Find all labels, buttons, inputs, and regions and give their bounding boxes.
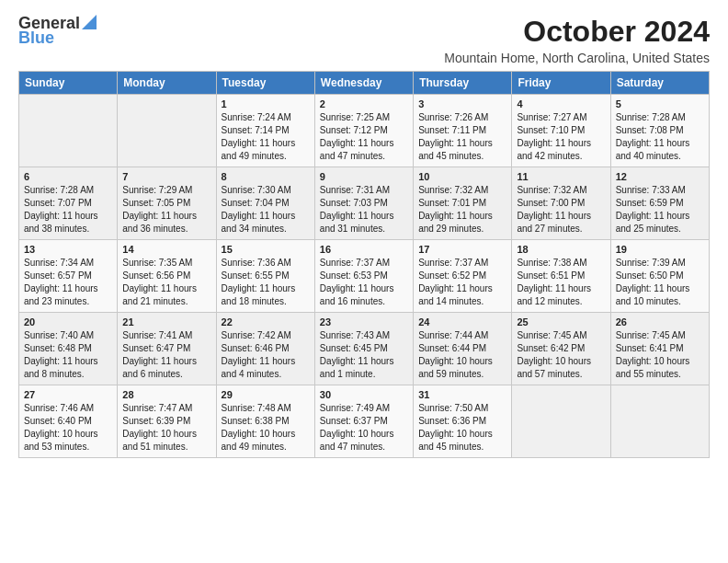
day-info: Sunrise: 7:40 AM Sunset: 6:48 PM Dayligh…	[24, 329, 112, 381]
calendar-cell: 8Sunrise: 7:30 AM Sunset: 7:04 PM Daylig…	[216, 167, 314, 240]
day-number: 2	[320, 98, 408, 109]
day-info: Sunrise: 7:47 AM Sunset: 6:39 PM Dayligh…	[122, 402, 210, 454]
day-info: Sunrise: 7:32 AM Sunset: 7:00 PM Dayligh…	[517, 184, 605, 236]
logo-blue-text: Blue	[18, 29, 54, 48]
calendar-cell: 9Sunrise: 7:31 AM Sunset: 7:03 PM Daylig…	[314, 167, 413, 240]
calendar-cell: 13Sunrise: 7:34 AM Sunset: 6:57 PM Dayli…	[19, 240, 118, 313]
calendar-cell: 1Sunrise: 7:24 AM Sunset: 7:14 PM Daylig…	[216, 95, 314, 167]
day-info: Sunrise: 7:46 AM Sunset: 6:40 PM Dayligh…	[24, 402, 112, 454]
day-number: 7	[122, 171, 210, 182]
day-info: Sunrise: 7:45 AM Sunset: 6:42 PM Dayligh…	[517, 329, 605, 381]
calendar-cell: 11Sunrise: 7:32 AM Sunset: 7:00 PM Dayli…	[512, 167, 610, 240]
day-number: 17	[418, 244, 506, 255]
day-info: Sunrise: 7:48 AM Sunset: 6:38 PM Dayligh…	[222, 402, 310, 454]
day-info: Sunrise: 7:38 AM Sunset: 6:51 PM Dayligh…	[517, 257, 605, 308]
day-info: Sunrise: 7:27 AM Sunset: 7:10 PM Dayligh…	[517, 111, 605, 163]
weekday-header-saturday: Saturday	[610, 72, 709, 95]
day-number: 27	[24, 389, 112, 400]
calendar-cell: 21Sunrise: 7:41 AM Sunset: 6:47 PM Dayli…	[118, 313, 216, 385]
calendar-cell: 24Sunrise: 7:44 AM Sunset: 6:44 PM Dayli…	[414, 313, 512, 385]
day-number: 1	[222, 98, 310, 109]
day-number: 24	[418, 316, 506, 327]
calendar-cell: 28Sunrise: 7:47 AM Sunset: 6:39 PM Dayli…	[118, 385, 216, 458]
svg-marker-0	[82, 15, 97, 29]
page-header: General Blue October 2024 Mountain Home,…	[18, 15, 710, 65]
location-subtitle: Mountain Home, North Carolina, United St…	[444, 51, 710, 65]
calendar-cell: 4Sunrise: 7:27 AM Sunset: 7:10 PM Daylig…	[512, 95, 610, 167]
day-number: 20	[24, 316, 112, 327]
calendar-week-row: 1Sunrise: 7:24 AM Sunset: 7:14 PM Daylig…	[19, 95, 710, 167]
calendar-cell: 7Sunrise: 7:29 AM Sunset: 7:05 PM Daylig…	[118, 167, 216, 240]
calendar-cell: 19Sunrise: 7:39 AM Sunset: 6:50 PM Dayli…	[610, 240, 709, 313]
day-info: Sunrise: 7:37 AM Sunset: 6:53 PM Dayligh…	[320, 257, 408, 308]
calendar-cell: 27Sunrise: 7:46 AM Sunset: 6:40 PM Dayli…	[19, 385, 118, 458]
calendar-week-row: 27Sunrise: 7:46 AM Sunset: 6:40 PM Dayli…	[19, 385, 710, 458]
day-number: 5	[616, 98, 704, 109]
day-number: 14	[122, 244, 210, 255]
day-number: 8	[222, 171, 310, 182]
calendar-cell: 23Sunrise: 7:43 AM Sunset: 6:45 PM Dayli…	[314, 313, 413, 385]
day-number: 25	[517, 316, 605, 327]
calendar-cell	[19, 95, 118, 167]
day-number: 12	[616, 171, 704, 182]
calendar-cell: 2Sunrise: 7:25 AM Sunset: 7:12 PM Daylig…	[314, 95, 413, 167]
logo: General Blue	[18, 15, 97, 48]
day-number: 10	[418, 171, 506, 182]
calendar-cell: 6Sunrise: 7:28 AM Sunset: 7:07 PM Daylig…	[19, 167, 118, 240]
calendar-cell: 12Sunrise: 7:33 AM Sunset: 6:59 PM Dayli…	[610, 167, 709, 240]
weekday-header-wednesday: Wednesday	[314, 72, 413, 95]
day-number: 6	[24, 171, 112, 182]
day-info: Sunrise: 7:39 AM Sunset: 6:50 PM Dayligh…	[616, 257, 704, 308]
calendar-cell: 31Sunrise: 7:50 AM Sunset: 6:36 PM Dayli…	[414, 385, 512, 458]
day-info: Sunrise: 7:33 AM Sunset: 6:59 PM Dayligh…	[616, 184, 704, 236]
logo-triangle-icon	[82, 15, 97, 29]
day-info: Sunrise: 7:45 AM Sunset: 6:41 PM Dayligh…	[616, 329, 704, 381]
day-info: Sunrise: 7:26 AM Sunset: 7:11 PM Dayligh…	[418, 111, 506, 163]
calendar-cell	[118, 95, 216, 167]
day-number: 18	[517, 244, 605, 255]
day-number: 31	[418, 389, 506, 400]
day-number: 21	[122, 316, 210, 327]
day-info: Sunrise: 7:24 AM Sunset: 7:14 PM Dayligh…	[222, 111, 310, 163]
weekday-header-row: SundayMondayTuesdayWednesdayThursdayFrid…	[19, 72, 710, 95]
day-info: Sunrise: 7:28 AM Sunset: 7:08 PM Dayligh…	[616, 111, 704, 163]
calendar-cell: 15Sunrise: 7:36 AM Sunset: 6:55 PM Dayli…	[216, 240, 314, 313]
day-info: Sunrise: 7:44 AM Sunset: 6:44 PM Dayligh…	[418, 329, 506, 381]
day-info: Sunrise: 7:49 AM Sunset: 6:37 PM Dayligh…	[320, 402, 408, 454]
calendar-cell: 17Sunrise: 7:37 AM Sunset: 6:52 PM Dayli…	[414, 240, 512, 313]
day-info: Sunrise: 7:43 AM Sunset: 6:45 PM Dayligh…	[320, 329, 408, 381]
calendar-cell: 18Sunrise: 7:38 AM Sunset: 6:51 PM Dayli…	[512, 240, 610, 313]
calendar-cell: 22Sunrise: 7:42 AM Sunset: 6:46 PM Dayli…	[216, 313, 314, 385]
day-info: Sunrise: 7:25 AM Sunset: 7:12 PM Dayligh…	[320, 111, 408, 163]
calendar-week-row: 20Sunrise: 7:40 AM Sunset: 6:48 PM Dayli…	[19, 313, 710, 385]
day-number: 19	[616, 244, 704, 255]
day-info: Sunrise: 7:31 AM Sunset: 7:03 PM Dayligh…	[320, 184, 408, 236]
calendar-cell: 16Sunrise: 7:37 AM Sunset: 6:53 PM Dayli…	[314, 240, 413, 313]
day-number: 26	[616, 316, 704, 327]
day-info: Sunrise: 7:35 AM Sunset: 6:56 PM Dayligh…	[122, 257, 210, 308]
calendar-cell	[610, 385, 709, 458]
day-info: Sunrise: 7:42 AM Sunset: 6:46 PM Dayligh…	[222, 329, 310, 381]
day-number: 30	[320, 389, 408, 400]
calendar-cell: 30Sunrise: 7:49 AM Sunset: 6:37 PM Dayli…	[314, 385, 413, 458]
calendar-cell: 25Sunrise: 7:45 AM Sunset: 6:42 PM Dayli…	[512, 313, 610, 385]
calendar-cell: 10Sunrise: 7:32 AM Sunset: 7:01 PM Dayli…	[414, 167, 512, 240]
day-info: Sunrise: 7:32 AM Sunset: 7:01 PM Dayligh…	[418, 184, 506, 236]
day-number: 15	[222, 244, 310, 255]
day-number: 13	[24, 244, 112, 255]
day-number: 3	[418, 98, 506, 109]
day-info: Sunrise: 7:28 AM Sunset: 7:07 PM Dayligh…	[24, 184, 112, 236]
day-number: 29	[222, 389, 310, 400]
calendar-table: SundayMondayTuesdayWednesdayThursdayFrid…	[18, 71, 710, 458]
day-number: 4	[517, 98, 605, 109]
day-number: 22	[222, 316, 310, 327]
weekday-header-friday: Friday	[512, 72, 610, 95]
calendar-cell: 29Sunrise: 7:48 AM Sunset: 6:38 PM Dayli…	[216, 385, 314, 458]
day-info: Sunrise: 7:41 AM Sunset: 6:47 PM Dayligh…	[122, 329, 210, 381]
day-info: Sunrise: 7:37 AM Sunset: 6:52 PM Dayligh…	[418, 257, 506, 308]
weekday-header-monday: Monday	[118, 72, 216, 95]
weekday-header-thursday: Thursday	[414, 72, 512, 95]
calendar-week-row: 13Sunrise: 7:34 AM Sunset: 6:57 PM Dayli…	[19, 240, 710, 313]
day-number: 28	[122, 389, 210, 400]
calendar-week-row: 6Sunrise: 7:28 AM Sunset: 7:07 PM Daylig…	[19, 167, 710, 240]
